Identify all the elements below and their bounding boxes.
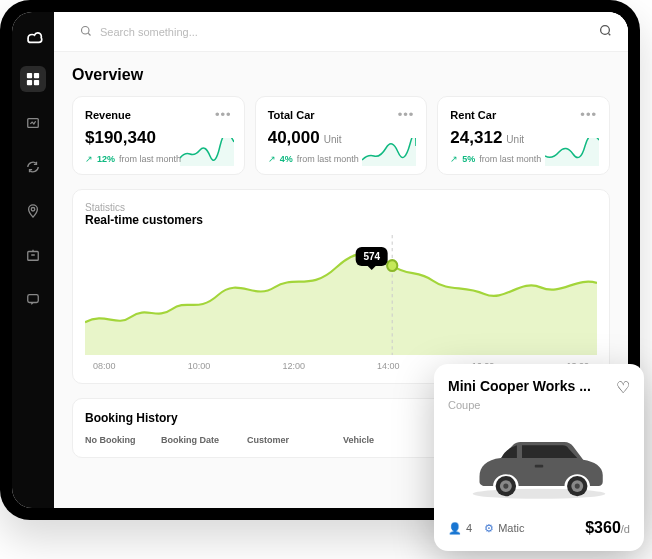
x-tick: 12:00 bbox=[282, 361, 305, 371]
stats-panel: Statistics Real-time customers 574 08:00 bbox=[72, 189, 610, 384]
nav-chat-icon[interactable] bbox=[20, 286, 46, 312]
app-logo[interactable] bbox=[22, 26, 44, 48]
person-icon: 👤 bbox=[448, 522, 462, 535]
more-icon[interactable]: ••• bbox=[580, 107, 597, 122]
vehicle-card[interactable]: Mini Cooper Works ... ♡ Coupe 👤4 ⚙Matic … bbox=[434, 364, 644, 551]
rent-car-card[interactable]: Rent Car••• 24,312Unit ↗5%from last mont… bbox=[437, 96, 610, 175]
vehicle-image bbox=[448, 419, 630, 509]
revenue-card[interactable]: Revenue••• $190,340 ↗12%from last month bbox=[72, 96, 245, 175]
card-foot-text: from last month bbox=[479, 154, 541, 164]
sidebar bbox=[12, 12, 54, 508]
stat-cards: Revenue••• $190,340 ↗12%from last month … bbox=[72, 96, 610, 175]
page-title: Overview bbox=[72, 66, 610, 84]
svg-point-9 bbox=[601, 25, 610, 34]
card-title: Revenue bbox=[85, 109, 131, 121]
col-header: Vehicle bbox=[343, 435, 403, 445]
seats-value: 4 bbox=[466, 522, 472, 534]
svg-rect-1 bbox=[34, 73, 39, 78]
stats-title: Real-time customers bbox=[85, 213, 597, 227]
card-unit: Unit bbox=[506, 134, 524, 145]
svg-rect-3 bbox=[34, 80, 39, 85]
price-unit: /d bbox=[621, 523, 630, 535]
nav-analytics-icon[interactable] bbox=[20, 110, 46, 136]
chart-tooltip: 574 bbox=[355, 247, 388, 266]
stats-label: Statistics bbox=[85, 202, 597, 213]
card-value: 24,312 bbox=[450, 128, 502, 148]
nav-refresh-icon[interactable] bbox=[20, 154, 46, 180]
trend-up-icon: ↗ bbox=[450, 154, 458, 164]
trend-up-icon: ↗ bbox=[85, 154, 93, 164]
total-car-card[interactable]: Total Car••• 40,000Unit ↗4%from last mon… bbox=[255, 96, 428, 175]
scan-icon[interactable] bbox=[598, 23, 612, 41]
svg-rect-7 bbox=[28, 295, 39, 303]
col-header: No Booking bbox=[85, 435, 145, 445]
col-header: Customer bbox=[247, 435, 327, 445]
svg-point-11 bbox=[387, 260, 397, 271]
svg-point-15 bbox=[503, 484, 508, 489]
nav-dashboard-icon[interactable] bbox=[20, 66, 46, 92]
svg-rect-2 bbox=[27, 80, 32, 85]
x-tick: 08:00 bbox=[93, 361, 116, 371]
sparkline bbox=[362, 138, 416, 166]
svg-point-18 bbox=[575, 484, 580, 489]
vehicle-subtitle: Coupe bbox=[448, 399, 630, 411]
heart-icon[interactable]: ♡ bbox=[616, 378, 630, 397]
transmission-icon: ⚙ bbox=[484, 522, 494, 535]
nav-location-icon[interactable] bbox=[20, 198, 46, 224]
card-value: 40,000 bbox=[268, 128, 320, 148]
card-foot-text: from last month bbox=[119, 154, 181, 164]
vehicle-specs: 👤4 ⚙Matic $360/d bbox=[448, 519, 630, 537]
realtime-chart[interactable]: 574 bbox=[85, 235, 597, 355]
sparkline bbox=[545, 138, 599, 166]
search-input[interactable] bbox=[100, 26, 578, 38]
card-pct: 4% bbox=[280, 154, 293, 164]
card-title: Rent Car bbox=[450, 109, 496, 121]
sparkline bbox=[180, 138, 234, 166]
vehicle-title: Mini Cooper Works ... bbox=[448, 378, 591, 394]
more-icon[interactable]: ••• bbox=[215, 107, 232, 122]
svg-point-8 bbox=[82, 26, 90, 34]
trend-up-icon: ↗ bbox=[268, 154, 276, 164]
card-value: $190,340 bbox=[85, 128, 156, 148]
card-unit: Unit bbox=[324, 134, 342, 145]
topbar bbox=[54, 12, 628, 52]
card-foot-text: from last month bbox=[297, 154, 359, 164]
card-title: Total Car bbox=[268, 109, 315, 121]
nav-archive-icon[interactable] bbox=[20, 242, 46, 268]
svg-point-5 bbox=[31, 208, 35, 212]
more-icon[interactable]: ••• bbox=[398, 107, 415, 122]
svg-rect-19 bbox=[535, 465, 544, 468]
card-pct: 12% bbox=[97, 154, 115, 164]
svg-rect-0 bbox=[27, 73, 32, 78]
x-tick: 10:00 bbox=[188, 361, 211, 371]
card-pct: 5% bbox=[462, 154, 475, 164]
price-value: $360 bbox=[585, 519, 621, 536]
col-header: Booking Date bbox=[161, 435, 231, 445]
svg-rect-6 bbox=[28, 252, 39, 261]
transmission-value: Matic bbox=[498, 522, 524, 534]
search-box[interactable] bbox=[70, 17, 588, 47]
search-icon bbox=[80, 23, 92, 41]
x-tick: 14:00 bbox=[377, 361, 400, 371]
